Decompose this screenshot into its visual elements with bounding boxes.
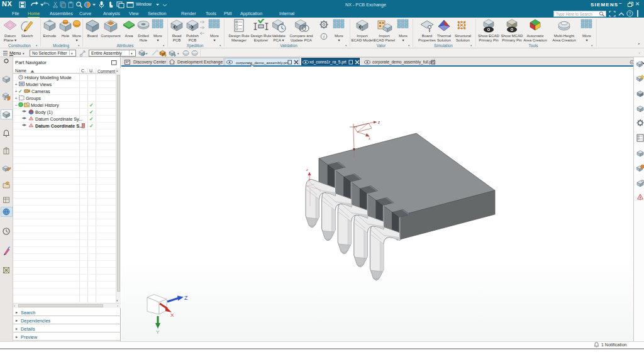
svg-text:?: ? xyxy=(629,11,631,16)
svg-text:Y: Y xyxy=(156,329,160,335)
svg-text:x: x xyxy=(368,136,370,140)
svg-text:z: z xyxy=(377,119,380,125)
svg-text:X: X xyxy=(170,312,174,318)
svg-text:z: z xyxy=(306,167,308,172)
svg-text:Z: Z xyxy=(184,295,188,301)
